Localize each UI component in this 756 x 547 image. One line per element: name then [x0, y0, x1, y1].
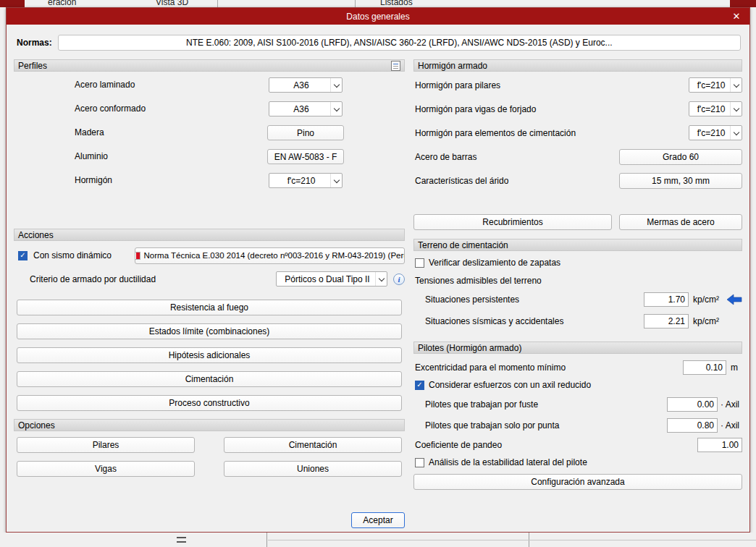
- norms-document-icon[interactable]: [391, 61, 400, 71]
- hormigon-armado-section-header: Hormigón armado: [413, 59, 742, 72]
- row-madera: Madera Pino: [14, 125, 405, 140]
- acciones-title: Acciones: [18, 230, 54, 240]
- dialog-titlebar[interactable]: Datos generales ✕: [7, 8, 749, 25]
- background-app-top: eración Vista 3D Listados: [0, 0, 756, 7]
- arido-button[interactable]: 15 mm, 30 mm: [619, 173, 742, 189]
- opciones-title: Opciones: [18, 420, 55, 431]
- row-hormigon-pilares: Hormigón para pilares f'c=210: [413, 77, 742, 93]
- excentricidad-row: Excentricidad para el momento mínimo 0.1…: [413, 360, 742, 375]
- estabilidad-checkbox[interactable]: [415, 458, 424, 467]
- terreno-title: Terreno de cimentación: [418, 240, 508, 250]
- chevron-down-icon: [730, 78, 742, 92]
- acero-barras-label: Acero de barras: [415, 152, 476, 162]
- estados-limite-button[interactable]: Estados límite (combinaciones): [17, 323, 402, 339]
- aceptar-button[interactable]: Aceptar: [351, 512, 405, 528]
- chevron-down-icon: [330, 174, 342, 187]
- ductilidad-label: Criterio de armado por ductilidad: [30, 274, 156, 284]
- background-tab-generacion[interactable]: eración: [48, 0, 76, 7]
- fuste-unit: · Axil: [718, 399, 742, 410]
- con-sismo-label: Con sismo dinámico: [33, 250, 112, 260]
- background-tab-listados[interactable]: Listados: [380, 0, 413, 7]
- sismicas-row: Situaciones sísmicas y accidentales 2.21…: [413, 313, 742, 328]
- pandeo-row: Coeficiente de pandeo 1.00: [413, 437, 742, 452]
- opciones-vigas-button[interactable]: Vigas: [17, 461, 195, 477]
- pandeo-input[interactable]: 1.00: [697, 438, 742, 452]
- normas-field[interactable]: NTE E.060: 2009, AISI S100-2016 (LRFD), …: [58, 35, 741, 51]
- background-separator: [266, 533, 267, 547]
- sismicas-unit: kp/cm²: [689, 316, 723, 326]
- acero-conformado-label: Acero conformado: [75, 103, 146, 114]
- estabilidad-row: Análisis de la estabilidad lateral del p…: [413, 457, 742, 468]
- excentricidad-input[interactable]: 0.10: [683, 360, 726, 375]
- persistentes-row: Situaciones persistentes 1.70 kp/cm²: [413, 292, 742, 307]
- resistencia-fuego-button[interactable]: Resistencia al fuego: [17, 300, 402, 315]
- punta-input[interactable]: 0.80: [667, 418, 718, 433]
- fuste-row: Pilotes que trabajan por fuste 0.00 · Ax…: [413, 397, 742, 412]
- normas-label: Normas:: [17, 38, 52, 48]
- proceso-constructivo-button[interactable]: Proceso constructivo: [17, 395, 402, 411]
- madera-label: Madera: [75, 127, 104, 137]
- opciones-pilares-button[interactable]: Pilares: [17, 437, 195, 453]
- arido-label: Características del árido: [415, 176, 508, 186]
- hipotesis-adicionales-button[interactable]: Hipótesis adicionales: [17, 347, 402, 363]
- perfiles-section: Perfiles Acero laminado A36 Acero confor…: [14, 59, 405, 188]
- persistentes-input[interactable]: 1.70: [644, 292, 689, 307]
- opciones-cimentacion-button[interactable]: Cimentación: [224, 437, 402, 453]
- hormigon-armado-title: Hormigón armado: [418, 61, 487, 71]
- pilotes-section-header: Pilotes (Hormigón armado): [413, 342, 742, 354]
- sismo-row: ✓ Con sismo dinámico Norma Técnica E.030…: [18, 247, 405, 264]
- chevron-down-icon: [330, 102, 342, 116]
- hormigon-vigas-select[interactable]: f'c=210: [689, 101, 742, 116]
- row-arido: Características del árido 15 mm, 30 mm: [413, 173, 742, 189]
- sismicas-input[interactable]: 2.21: [644, 314, 689, 328]
- acero-barras-button[interactable]: Grado 60: [619, 149, 742, 165]
- acero-laminado-label: Acero laminado: [75, 80, 135, 90]
- close-icon[interactable]: ✕: [726, 8, 747, 25]
- hormigon-pilares-label: Hormigón para pilares: [415, 80, 500, 90]
- fuste-input[interactable]: 0.00: [667, 397, 718, 412]
- normas-value: NTE E.060: 2009, AISI S100-2016 (LRFD), …: [186, 38, 612, 48]
- aluminio-button[interactable]: EN AW-5083 - F: [267, 149, 344, 164]
- deslizamiento-label: Verificar deslizamiento de zapatas: [429, 258, 560, 268]
- mermas-acero-button[interactable]: Mermas de acero: [619, 214, 742, 230]
- deslizamiento-checkbox[interactable]: [415, 258, 424, 268]
- madera-button[interactable]: Pino: [267, 125, 344, 140]
- axil-reducido-checkbox[interactable]: ✓: [415, 381, 424, 390]
- hormigon-select[interactable]: f'c=210: [269, 173, 343, 188]
- acciones-section: Acciones ✓ Con sismo dinámico Norma Técn…: [14, 229, 405, 411]
- hormigon-pilares-select[interactable]: f'c=210: [689, 77, 742, 93]
- acero-laminado-select[interactable]: A36: [269, 77, 343, 93]
- normas-row: Normas: NTE E.060: 2009, AISI S100-2016 …: [17, 35, 741, 51]
- row-hormigon-perfil: Hormigón f'c=210: [14, 173, 405, 188]
- con-sismo-checkbox[interactable]: ✓: [18, 251, 28, 260]
- recubrimientos-button[interactable]: Recubrimientos: [413, 214, 612, 230]
- persistentes-unit: kp/cm²: [689, 294, 723, 305]
- info-icon[interactable]: i: [393, 274, 405, 285]
- hormigon-cimentacion-label: Hormigón para elementos de cimentación: [415, 128, 576, 138]
- acero-conformado-select[interactable]: A36: [269, 101, 343, 116]
- punta-row: Pilotes que trabajan solo por punta 0.80…: [413, 417, 742, 433]
- cimentacion-button[interactable]: Cimentación: [17, 371, 402, 387]
- background-app-bottom: [0, 533, 756, 547]
- punta-unit: · Axil: [718, 420, 742, 431]
- terreno-section: Terreno de cimentación Verificar desliza…: [413, 239, 742, 328]
- configuracion-avanzada-button[interactable]: Configuración avanzada: [413, 474, 742, 490]
- hormigon-cimentacion-select[interactable]: f'c=210: [689, 125, 742, 140]
- hormigon-armado-section: Hormigón armado Hormigón para pilares f'…: [413, 59, 742, 230]
- norma-sismica-button[interactable]: Norma Técnica E.030 2014 (decreto nº003-…: [135, 247, 405, 264]
- background-glyph: [177, 537, 186, 543]
- assign-value-arrow-icon[interactable]: [726, 294, 742, 305]
- row-aluminio: Aluminio EN AW-5083 - F: [14, 149, 405, 164]
- ductilidad-select[interactable]: Pórticos o Dual Tipo II: [276, 271, 387, 287]
- tab-separator: [217, 0, 218, 7]
- excentricidad-unit: m: [726, 362, 742, 373]
- opciones-uniones-button[interactable]: Uniones: [224, 461, 402, 477]
- opciones-section-header: Opciones: [14, 419, 405, 431]
- opciones-section: Opciones Pilares Cimentación Vigas Union…: [14, 419, 405, 477]
- deslizamiento-row: Verificar deslizamiento de zapatas: [413, 257, 742, 268]
- background-tab-vista3d[interactable]: Vista 3D: [156, 0, 188, 7]
- punta-label: Pilotes que trabajan solo por punta: [425, 420, 559, 431]
- chevron-down-icon: [730, 126, 742, 140]
- estabilidad-label: Análisis de la estabilidad lateral del p…: [429, 457, 587, 467]
- persistentes-label: Situaciones persistentes: [425, 294, 519, 305]
